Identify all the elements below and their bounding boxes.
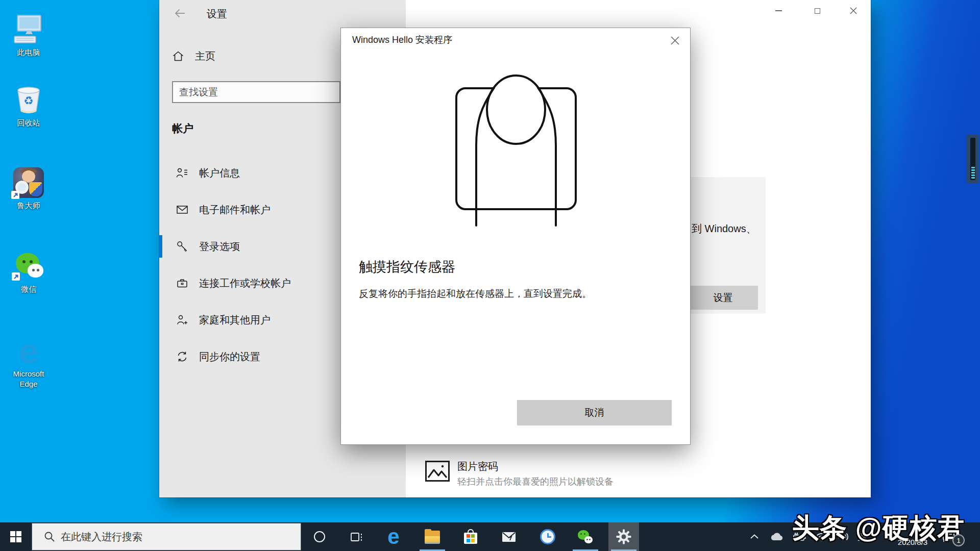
desktop-icon-ludashi[interactable]: 鲁大师 [0, 167, 57, 211]
sidebar-item-label: 同步你的设置 [199, 350, 260, 364]
envelope-icon [176, 204, 188, 216]
task-view-icon [350, 530, 363, 544]
clock-date[interactable]: 2020/8/3 [889, 538, 936, 546]
sidebar-item-label: 电子邮件和帐户 [199, 203, 271, 217]
desktop-icon-label: 此电脑 [17, 47, 40, 58]
key-icon [176, 240, 188, 253]
watermark: 头条 @硬核君 [792, 510, 965, 547]
minimize-button[interactable] [767, 0, 790, 21]
edge-icon: e [387, 522, 399, 551]
settings-search-box[interactable] [172, 81, 340, 103]
ludashi-icon [12, 167, 45, 198]
windows-hello-dialog: Windows Hello 安装程序 触摸指纹传感器 反复将你的手指抬起和放在传… [340, 28, 691, 445]
taskbar-mail-button[interactable] [494, 522, 524, 551]
recycle-glyph: ♻ [23, 94, 34, 108]
sidebar-item-label: 连接工作或学校帐户 [199, 277, 291, 290]
taskbar-settings-button[interactable] [608, 522, 639, 551]
alarms-clock-icon [540, 529, 555, 544]
section-header: 帐户 [172, 121, 193, 136]
picture-icon [425, 461, 450, 482]
picture-password-row[interactable]: 图片密码 轻扫并点击你最喜爱的照片以解锁设备 [425, 461, 614, 488]
desktop-icon-label: 鲁大师 [17, 201, 40, 211]
edge-icon: e [12, 336, 45, 366]
notification-badge: 1 [952, 534, 965, 546]
briefcase-icon [176, 277, 188, 289]
setup-button[interactable]: 设置 [688, 286, 758, 310]
search-icon [43, 531, 56, 543]
sync-icon [176, 350, 188, 363]
sidebar-item-label: 登录选项 [199, 240, 240, 254]
sidebar-item-home[interactable]: 主页 [172, 45, 215, 67]
taskbar-clock-app-button[interactable] [532, 522, 563, 551]
person-list-icon [176, 167, 188, 179]
taskbar-explorer-button[interactable] [417, 522, 448, 551]
tray-show-hidden-button[interactable] [749, 522, 760, 551]
desktop-icon-this-pc[interactable]: 此电脑 [0, 14, 57, 58]
cortana-icon [314, 531, 325, 542]
fingerprint-sensor-illustration [446, 64, 594, 237]
window-title: 设置 [207, 7, 227, 21]
tray-onedrive-button[interactable] [770, 522, 784, 551]
person-plus-icon [176, 314, 188, 326]
close-button[interactable] [842, 0, 865, 21]
selected-item-accent [159, 235, 162, 258]
home-icon [172, 50, 184, 62]
back-button[interactable] [174, 7, 187, 20]
desktop-icon-label: 微信 [21, 284, 36, 294]
desktop-icon-wechat[interactable]: 微信 [0, 251, 57, 294]
taskbar-search-input[interactable] [56, 523, 301, 550]
desktop-icon-recycle-bin[interactable]: ♻ 回收站 [0, 85, 57, 128]
task-view-button[interactable] [341, 522, 372, 551]
maximize-button[interactable] [805, 0, 829, 21]
dialog-heading: 触摸指纹传感器 [359, 258, 455, 276]
dialog-body-text: 反复将你的手指抬起和放在传感器上，直到设置完成。 [359, 287, 592, 300]
settings-search-input[interactable] [173, 82, 339, 102]
dialog-close-button[interactable] [669, 34, 681, 46]
desktop: 此电脑 ♻ 回收站 鲁大师 [0, 0, 980, 551]
shortcut-arrow-icon [12, 272, 20, 281]
cloud-icon [770, 532, 784, 541]
sidebar-item-label: 家庭和其他用户 [199, 313, 271, 327]
windows-logo-icon [10, 531, 21, 542]
start-button[interactable] [0, 522, 32, 551]
wechat-icon [578, 530, 593, 543]
cancel-button[interactable]: 取消 [517, 400, 672, 425]
this-pc-icon [12, 14, 45, 45]
sidebar-item-label: 主页 [195, 49, 215, 63]
desktop-icon-label: 回收站 [17, 118, 40, 128]
file-explorer-icon [425, 531, 440, 543]
sidebar-item-label: 帐户信息 [199, 166, 240, 180]
gear-icon [616, 529, 631, 544]
desktop-icon-edge[interactable]: e Microsoft Edge [0, 336, 57, 390]
mail-icon [502, 532, 516, 542]
card-partial-text: 到 Windows、 [692, 222, 756, 236]
taskbar-wechat-button[interactable] [570, 522, 601, 551]
osd-slider [967, 135, 979, 183]
cortana-button[interactable] [304, 522, 335, 551]
shortcut-arrow-icon [11, 191, 19, 199]
picture-password-title: 图片密码 [457, 461, 614, 472]
picture-password-subtitle: 轻扫并点击你最喜爱的照片以解锁设备 [457, 475, 614, 488]
wechat-icon [12, 251, 45, 282]
desktop-icon-label: Microsoft Edge [5, 369, 52, 390]
dialog-title: Windows Hello 安装程序 [352, 34, 452, 46]
chevron-up-icon [749, 533, 760, 540]
taskbar-search-box[interactable] [32, 523, 301, 550]
store-icon [464, 529, 477, 544]
taskbar-store-button[interactable] [455, 522, 486, 551]
recycle-bin-icon: ♻ [12, 85, 45, 115]
taskbar-edge-button[interactable]: e [378, 522, 409, 551]
